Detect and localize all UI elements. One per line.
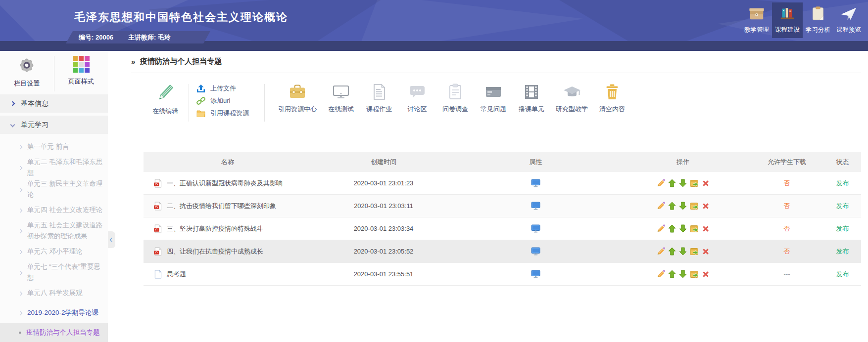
move-to-folder-icon[interactable]: [690, 248, 699, 256]
sidebar-item-label: 单元二 毛泽东和毛泽东思想: [27, 157, 103, 178]
allow-download-toggle[interactable]: 否: [750, 179, 824, 188]
doc-file-icon: [153, 270, 162, 279]
allow-download-toggle[interactable]: 否: [750, 202, 824, 211]
sidebar-item-unit-6[interactable]: 单元六 邓小平理论: [0, 242, 108, 261]
sidebar-item-label: 单元六 邓小平理论: [27, 246, 83, 257]
chevron-right-icon: [18, 229, 22, 233]
sidebar-item-label: 基本信息: [21, 99, 48, 108]
move-down-icon[interactable]: [679, 247, 687, 256]
table-row: 一、正确认识新型冠状病毒肺炎及其影响 2020-03-01 23:01:23 否…: [144, 172, 861, 195]
page-style-button[interactable]: 页面样式: [54, 56, 108, 91]
edit-icon[interactable]: [657, 270, 665, 278]
created-time: 2020-03-01 23:55:51: [312, 270, 455, 278]
course-homework-button[interactable]: 课程作业: [365, 83, 393, 114]
sidebar-item-unit-5[interactable]: 单元五 社会主义建设道路初步探索的理论成果: [0, 220, 108, 242]
cite-resource-center-button[interactable]: 引用资源中心: [278, 83, 317, 114]
survey-button[interactable]: 问卷调查: [441, 83, 469, 114]
sidebar-item-label: 单元七 “三个代表”重要思想: [27, 261, 103, 283]
cite-course-resource-button[interactable]: 引用课程资源: [196, 109, 257, 118]
discussion-board-button[interactable]: 讨论区: [403, 83, 431, 114]
chevron-left-icon: [109, 238, 113, 242]
nav-item-teaching-admin[interactable]: 教学管理: [741, 2, 772, 38]
sidebar-item-unit-7[interactable]: 单元七 “三个代表”重要思想: [0, 261, 108, 283]
delete-icon[interactable]: [702, 248, 710, 256]
monitor-attribute-icon[interactable]: [531, 179, 540, 187]
move-down-icon[interactable]: [679, 270, 687, 278]
sidebar-item-unit-2[interactable]: 单元二 毛泽东和毛泽东思想: [0, 157, 108, 178]
research-teaching-button[interactable]: 研究型教学: [556, 83, 588, 114]
online-test-button[interactable]: 在线测试: [327, 83, 355, 114]
move-to-folder-icon[interactable]: [690, 179, 699, 187]
button-label: 课程作业: [366, 105, 392, 114]
edit-icon[interactable]: [657, 247, 665, 256]
resource-name-link[interactable]: 三、坚决打赢防控疫情的特殊战斗: [167, 224, 263, 233]
upload-file-button[interactable]: 上传文件: [196, 84, 257, 93]
move-to-folder-icon[interactable]: [690, 225, 699, 233]
resource-name-link[interactable]: 四、让我们在抗击疫情中成熟成长: [167, 247, 263, 256]
sidebar-item-unit-8[interactable]: 单元八 科学发展观: [0, 283, 108, 303]
delete-icon[interactable]: [702, 225, 710, 233]
toolbar-divider: [189, 84, 189, 122]
move-down-icon[interactable]: [679, 202, 687, 210]
allow-download-toggle[interactable]: 否: [750, 224, 824, 233]
sidebar-item-unit-learning[interactable]: 单元学习: [0, 116, 108, 134]
button-label: 在线测试: [328, 105, 354, 114]
resource-name-link[interactable]: 一、正确认识新型冠状病毒肺炎及其影响: [167, 179, 283, 188]
delete-icon[interactable]: [702, 179, 710, 187]
allow-download-toggle[interactable]: 否: [750, 247, 824, 256]
status-badge[interactable]: 发布: [824, 202, 861, 211]
move-up-icon[interactable]: [668, 179, 676, 187]
monitor-attribute-icon[interactable]: [531, 247, 540, 256]
status-badge[interactable]: 发布: [824, 179, 861, 188]
sidebar-collapse-handle[interactable]: [108, 231, 115, 248]
move-down-icon[interactable]: [679, 224, 687, 233]
edit-icon[interactable]: [657, 224, 665, 233]
broadcast-unit-button[interactable]: 播课单元: [518, 83, 545, 114]
monitor-attribute-icon[interactable]: [531, 202, 540, 210]
nav-item-course-preview[interactable]: 课程预览: [833, 2, 864, 38]
move-down-icon[interactable]: [679, 179, 687, 187]
sidebar-item-unit-3[interactable]: 单元三 新民主主义革命理论: [0, 178, 108, 200]
move-up-icon[interactable]: [668, 247, 676, 256]
edit-icon[interactable]: [657, 179, 665, 187]
delete-icon[interactable]: [702, 202, 710, 210]
clear-content-button[interactable]: 清空内容: [598, 83, 626, 114]
status-badge[interactable]: 发布: [824, 224, 861, 233]
resource-name-link[interactable]: 二、抗击疫情给我们留下哪些深刻印象: [167, 202, 276, 211]
top-nav: 教学管理 课程建设 学习分析 课程预览: [741, 2, 864, 38]
add-url-button[interactable]: 添加url: [196, 96, 257, 105]
column-settings-button[interactable]: 栏目设置: [0, 56, 54, 91]
move-up-icon[interactable]: [668, 224, 676, 233]
column-header-actions: 操作: [616, 158, 750, 167]
table-row: 四、让我们在抗击疫情中成熟成长 2020-03-01 23:05:52 否 发布: [144, 240, 861, 263]
status-badge[interactable]: 发布: [824, 270, 861, 279]
button-label: 引用资源中心: [278, 105, 317, 114]
move-up-icon[interactable]: [668, 202, 676, 210]
tool-label: 页面样式: [68, 77, 94, 86]
monitor-attribute-icon[interactable]: [531, 270, 540, 278]
nav-item-learning-analytics[interactable]: 学习分析: [803, 2, 833, 38]
sidebar-item-basic-info[interactable]: 基本信息: [0, 94, 108, 113]
faq-button[interactable]: 常见问题: [480, 83, 507, 114]
allow-download-toggle[interactable]: ---: [750, 270, 824, 278]
nav-item-course-building[interactable]: 课程建设: [772, 2, 803, 38]
sidebar-item-epidemic-topic[interactable]: 疫情防治与个人担当专题: [0, 323, 108, 342]
resource-toolbar: 在线编辑 上传文件 添加url 引用课程资源: [149, 83, 868, 122]
move-up-icon[interactable]: [668, 270, 676, 278]
monitor-attribute-icon[interactable]: [531, 224, 540, 233]
sidebar-item-unit-4[interactable]: 单元四 社会主义改造理论: [0, 200, 108, 220]
delete-icon[interactable]: [702, 270, 710, 278]
move-to-folder-icon[interactable]: [690, 270, 699, 278]
sidebar-item-intro-course[interactable]: 2019-2020-2学期导论课: [0, 303, 108, 323]
resource-name-link[interactable]: 思考题: [167, 270, 186, 279]
status-badge[interactable]: 发布: [824, 247, 861, 256]
button-label: 上传文件: [210, 84, 236, 93]
edit-online-button[interactable]: 在线编辑: [149, 83, 181, 116]
move-to-folder-icon[interactable]: [690, 202, 699, 210]
speech-bubble-icon: [408, 83, 426, 101]
sidebar-item-unit-1[interactable]: 第一单元 前言: [0, 137, 108, 157]
button-label: 添加url: [210, 96, 230, 105]
chevron-right-icon: [18, 166, 22, 170]
chevron-right-icon: [18, 270, 22, 274]
edit-icon[interactable]: [657, 202, 665, 210]
